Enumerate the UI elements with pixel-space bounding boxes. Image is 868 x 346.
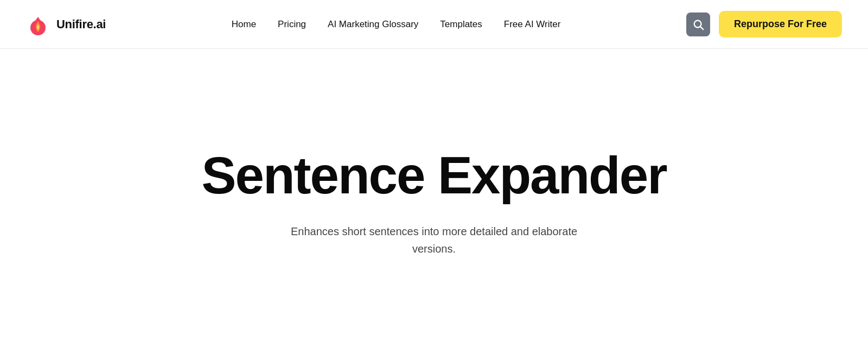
nav-link-pricing[interactable]: Pricing [278, 19, 306, 30]
navbar-actions: Repurpose For Free [686, 11, 842, 37]
nav-link-home[interactable]: Home [232, 19, 256, 30]
nav-link-glossary[interactable]: AI Marketing Glossary [328, 19, 418, 30]
logo-icon [26, 12, 50, 36]
nav-link-free-ai-writer[interactable]: Free AI Writer [504, 19, 561, 30]
nav-link-templates[interactable]: Templates [440, 19, 482, 30]
hero-section: Sentence Expander Enhances short sentenc… [0, 49, 868, 346]
logo-area: Unifire.ai [26, 12, 106, 36]
brand-name: Unifire.ai [56, 17, 106, 32]
search-button[interactable] [686, 12, 710, 36]
hero-subtitle: Enhances short sentences into more detai… [271, 223, 597, 257]
navbar: Unifire.ai Home Pricing AI Marketing Glo… [0, 0, 868, 49]
nav-links: Home Pricing AI Marketing Glossary Templ… [232, 19, 561, 30]
search-icon [692, 18, 704, 30]
svg-line-2 [700, 27, 703, 29]
repurpose-button[interactable]: Repurpose For Free [719, 11, 842, 37]
hero-title: Sentence Expander [202, 148, 667, 203]
